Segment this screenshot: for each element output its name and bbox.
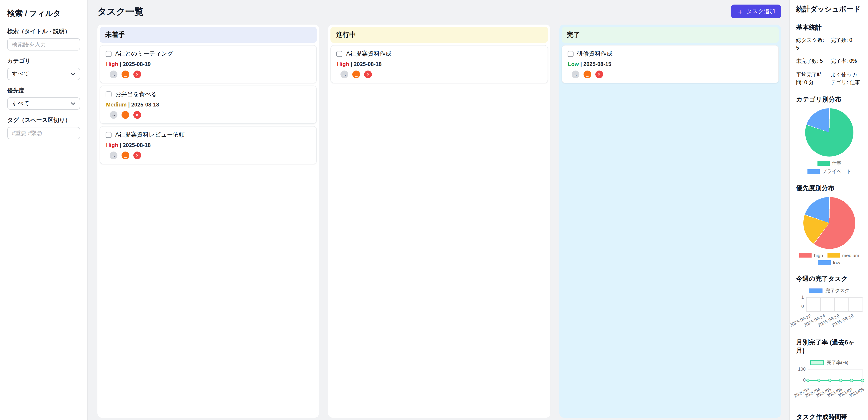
move-next-button[interactable]: → xyxy=(341,70,348,78)
task-checkbox[interactable] xyxy=(337,51,342,57)
tags-input[interactable] xyxy=(7,127,80,139)
y-tick-label: 0 xyxy=(803,378,806,383)
search-input[interactable] xyxy=(7,38,80,51)
data-point xyxy=(861,379,864,382)
stat-label: 未完了数: xyxy=(796,59,820,64)
column-cards: A社提案資料作成High | 2025-08-18→_× xyxy=(331,45,548,83)
add-task-button[interactable]: ＋ タスク追加 xyxy=(731,5,781,18)
kanban-column-in-progress: 進行中A社提案資料作成High | 2025-08-18→_× xyxy=(329,25,550,418)
hourly-chart-title: タスク作成時間帯 xyxy=(796,413,863,420)
task-card[interactable]: A社提案資料レビュー依頼High | 2025-08-18→_× xyxy=(100,126,317,164)
delete-button[interactable]: × xyxy=(133,70,141,78)
minimize-button[interactable]: _ xyxy=(122,111,129,119)
task-title: A社とのミーティング xyxy=(115,50,174,58)
column-header: 進行中 xyxy=(331,27,548,43)
priority-field: 優先度 すべて xyxy=(7,87,80,110)
priority-label: 優先度 xyxy=(7,87,80,95)
stat-item: 完了率: 0% xyxy=(831,58,863,65)
page-title: タスク一覧 xyxy=(97,5,144,18)
category-chart-title: カテゴリ別分布 xyxy=(796,96,863,104)
task-due-date: 2025-08-18 xyxy=(131,101,159,108)
task-checkbox[interactable] xyxy=(105,51,112,57)
data-point xyxy=(817,379,820,382)
category-field: カテゴリ すべて xyxy=(7,57,80,80)
task-meta: High | 2025-08-19 xyxy=(106,61,311,67)
minimize-button[interactable]: _ xyxy=(583,70,591,78)
move-next-button[interactable]: → xyxy=(110,152,118,159)
weekly-completed-chart: 完了タスク 10 2025-08-122025-08-142025-08-162… xyxy=(796,288,863,329)
data-point xyxy=(806,379,809,382)
y-tick-label: 1 xyxy=(801,295,804,300)
legend-label: medium xyxy=(842,253,859,258)
chart-legend: 完了率(%) xyxy=(796,360,863,366)
task-card[interactable]: A社提案資料作成High | 2025-08-18→_× xyxy=(331,45,548,83)
task-card[interactable]: お弁当を食べるMedium | 2025-08-18→_× xyxy=(100,86,317,124)
task-card[interactable]: 研修資料作成Low | 2025-08-15→_× xyxy=(561,45,779,83)
column-cards: A社とのミーティングHigh | 2025-08-19→_×お弁当を食べるMed… xyxy=(100,45,317,164)
weekly-chart-title: 今週の完了タスク xyxy=(796,275,863,283)
delete-button[interactable]: × xyxy=(133,111,141,119)
minimize-button[interactable]: _ xyxy=(352,70,360,78)
basic-stats-title: 基本統計 xyxy=(796,24,863,32)
task-checkbox[interactable] xyxy=(567,51,573,57)
kanban-column-todo: 未着手A社とのミーティングHigh | 2025-08-19→_×お弁当を食べる… xyxy=(97,25,319,418)
legend-swatch xyxy=(800,253,812,258)
legend-swatch xyxy=(809,289,823,293)
stat-label: 完了数: xyxy=(831,37,849,43)
legend-label: low xyxy=(833,260,840,265)
delete-button[interactable]: × xyxy=(133,152,141,159)
move-next-button[interactable]: → xyxy=(110,70,118,78)
search-label: 検索（タイトル・説明） xyxy=(7,28,80,35)
data-point xyxy=(839,379,842,382)
stat-value: 仕事 xyxy=(849,79,860,85)
column-cards: 研修資料作成Low | 2025-08-15→_× xyxy=(561,45,779,83)
data-point xyxy=(850,379,853,382)
priority-pie-chart xyxy=(803,197,855,249)
y-axis: 10 xyxy=(796,297,806,312)
task-checkbox[interactable] xyxy=(105,91,112,97)
tags-label: タグ（スペース区切り） xyxy=(7,117,80,124)
task-meta: Low | 2025-08-15 xyxy=(568,61,773,67)
task-priority: Low xyxy=(568,61,579,67)
chevron-down-icon xyxy=(70,102,75,105)
category-select-value: すべて xyxy=(12,70,29,78)
task-meta: High | 2025-08-18 xyxy=(337,61,542,67)
task-checkbox[interactable] xyxy=(105,132,112,138)
stat-value: 5 xyxy=(796,45,799,50)
minimize-button[interactable]: _ xyxy=(122,70,129,78)
legend-label: high xyxy=(814,253,823,258)
add-task-button-label: タスク追加 xyxy=(746,7,775,15)
legend-item: 仕事 xyxy=(817,160,841,167)
priority-select[interactable]: すべて xyxy=(7,97,80,110)
category-select[interactable]: すべて xyxy=(7,68,80,80)
task-title: A社提案資料レビュー依頼 xyxy=(115,131,185,139)
legend-label: 完了率(%) xyxy=(827,360,848,366)
task-card[interactable]: A社とのミーティングHigh | 2025-08-19→_× xyxy=(100,45,317,83)
stat-value: 5 xyxy=(820,59,823,64)
delete-button[interactable]: × xyxy=(595,70,603,78)
priority-chart-title: 優先度別分布 xyxy=(796,185,863,193)
priority-select-value: すべて xyxy=(12,100,29,107)
search-field: 検索（タイトル・説明） xyxy=(7,28,80,51)
legend-swatch xyxy=(818,260,831,265)
legend-item: プライベート xyxy=(807,169,851,175)
filter-sidebar-title: 検索 / フィルタ xyxy=(7,8,80,19)
minimize-button[interactable]: _ xyxy=(122,152,129,159)
move-next-button[interactable]: → xyxy=(110,111,118,119)
x-axis: 2025/032025/042025/052025/062025/072025/… xyxy=(808,386,863,404)
legend-label: 完了タスク xyxy=(826,288,850,294)
legend-swatch xyxy=(810,361,824,365)
legend-item: low xyxy=(818,260,840,265)
stats-sidebar: 統計ダッシュボード 基本統計 総タスク数: 5完了数: 0未完了数: 5完了率:… xyxy=(789,0,868,420)
task-priority: High xyxy=(106,142,118,148)
stat-item: 未完了数: 5 xyxy=(796,58,828,65)
task-due-date: 2025-08-15 xyxy=(583,61,611,67)
task-title: お弁当を食べる xyxy=(115,90,157,98)
delete-button[interactable]: × xyxy=(364,70,372,78)
task-priority: High xyxy=(106,61,118,67)
kanban-board: 未着手A社とのミーティングHigh | 2025-08-19→_×お弁当を食べる… xyxy=(97,25,781,418)
legend-item: high xyxy=(800,253,823,258)
move-next-button[interactable]: → xyxy=(571,70,579,78)
y-tick-label: 100 xyxy=(798,367,806,372)
stat-value: 0% xyxy=(849,59,857,64)
